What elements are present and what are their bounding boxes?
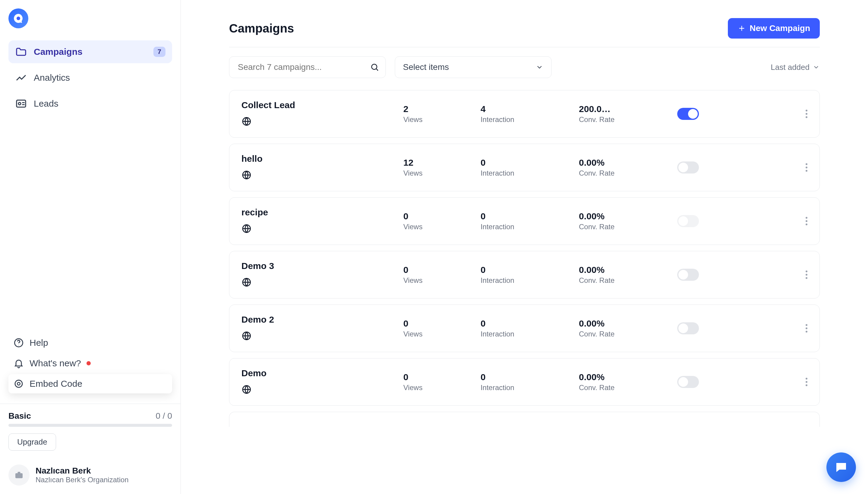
- stat-interaction: 4 Interaction: [480, 104, 576, 124]
- campaign-info: Demo: [241, 368, 400, 396]
- views-label: Views: [403, 276, 477, 285]
- stat-interaction: 0 Interaction: [480, 318, 576, 338]
- active-toggle[interactable]: [677, 269, 699, 281]
- views-value: 2: [403, 104, 477, 114]
- chat-fab[interactable]: [826, 452, 856, 482]
- views-label: Views: [403, 330, 477, 338]
- briefcase-icon: [14, 470, 24, 480]
- user-org: Nazlıcan Berk's Organization: [36, 476, 129, 484]
- whats-new-label: What's new?: [30, 358, 81, 368]
- sort-dropdown[interactable]: Last added: [771, 63, 820, 72]
- sidebar-item-whats-new[interactable]: What's new?: [8, 354, 172, 373]
- svg-rect-7: [15, 473, 23, 478]
- interaction-label: Interaction: [480, 383, 576, 392]
- conv-label: Conv. Rate: [579, 169, 674, 177]
- interaction-value: 0: [480, 372, 576, 382]
- main-content: Campaigns New Campaign Select items Last…: [181, 0, 868, 494]
- sidebar-item-leads[interactable]: Leads: [8, 92, 172, 115]
- stat-conv-rate: 0.00% Conv. Rate: [579, 318, 674, 338]
- interaction-value: 0: [480, 265, 576, 275]
- svg-point-5: [15, 380, 22, 387]
- interaction-label: Interaction: [480, 115, 576, 124]
- toggle-wrap: [677, 162, 773, 173]
- sidebar-item-label: Leads: [34, 98, 165, 109]
- interaction-label: Interaction: [480, 169, 576, 177]
- stat-views: 0 Views: [403, 372, 477, 392]
- divider: [0, 404, 181, 404]
- bell-icon: [13, 358, 24, 369]
- new-campaign-button[interactable]: New Campaign: [728, 18, 820, 39]
- active-toggle[interactable]: [677, 322, 699, 334]
- help-icon: [13, 337, 24, 348]
- campaign-row: hello 12 Views 0 Interaction 0.00% Conv.…: [229, 144, 820, 191]
- stat-conv-rate: 0.00% Conv. Rate: [579, 157, 674, 177]
- plan-progress-bar: [8, 424, 172, 427]
- active-toggle[interactable]: [677, 376, 699, 388]
- sidebar: Campaigns 7 Analytics Leads Help: [0, 0, 181, 494]
- sidebar-item-embed-code[interactable]: Embed Code: [8, 374, 172, 393]
- active-toggle[interactable]: [677, 108, 699, 120]
- conv-label: Conv. Rate: [579, 223, 674, 231]
- search-icon: [370, 63, 379, 72]
- stat-conv-rate: 200.0… Conv. Rate: [579, 104, 674, 124]
- campaigns-count-badge: 7: [153, 47, 165, 57]
- upgrade-button[interactable]: Upgrade: [8, 434, 56, 451]
- stat-views: 2 Views: [403, 104, 477, 124]
- campaign-name: recipe: [241, 207, 400, 217]
- row-menu-button[interactable]: [806, 324, 808, 332]
- row-menu-button[interactable]: [806, 217, 808, 225]
- views-value: 0: [403, 211, 477, 222]
- campaign-name: Demo: [241, 368, 400, 378]
- stat-views: 0 Views: [403, 265, 477, 285]
- logo-icon: [13, 13, 24, 24]
- avatar: [8, 464, 30, 486]
- conv-value: 0.00%: [579, 157, 674, 168]
- search-input[interactable]: [229, 56, 386, 78]
- svg-point-9: [372, 64, 377, 70]
- chevron-down-icon: [536, 63, 543, 71]
- active-toggle[interactable]: [677, 162, 699, 173]
- new-campaign-label: New Campaign: [750, 23, 810, 33]
- views-value: 0: [403, 265, 477, 275]
- row-menu-button[interactable]: [806, 270, 808, 279]
- svg-point-2: [18, 102, 21, 105]
- stat-conv-rate: 0.00% Conv. Rate: [579, 372, 674, 392]
- campaign-info: recipe: [241, 207, 400, 235]
- campaign-row: Demo 0 Views 0 Interaction 0.00% Conv. R…: [229, 358, 820, 406]
- stat-views: 0 Views: [403, 318, 477, 338]
- toggle-wrap: [677, 269, 773, 281]
- row-menu-button[interactable]: [806, 163, 808, 172]
- conv-label: Conv. Rate: [579, 115, 674, 124]
- sidebar-item-campaigns[interactable]: Campaigns 7: [8, 40, 172, 63]
- globe-icon: [241, 170, 252, 180]
- interaction-value: 0: [480, 318, 576, 329]
- toggle-wrap: [677, 322, 773, 334]
- campaign-row: recipe 0 Views 0 Interaction 0.00% Conv.…: [229, 197, 820, 245]
- views-label: Views: [403, 169, 477, 177]
- user-profile[interactable]: Nazlıcan Berk Nazlıcan Berk's Organizati…: [8, 464, 172, 486]
- campaign-row: Demo 2 0 Views 0 Interaction 0.00% Conv.…: [229, 305, 820, 352]
- notification-dot-icon: [87, 361, 91, 365]
- globe-icon: [241, 384, 252, 395]
- stat-views: 0 Views: [403, 211, 477, 231]
- sidebar-item-analytics[interactable]: Analytics: [8, 66, 172, 89]
- app-logo[interactable]: [8, 8, 28, 28]
- campaign-info: Demo 3: [241, 261, 400, 289]
- globe-icon: [241, 224, 252, 234]
- row-menu-button[interactable]: [806, 110, 808, 118]
- toggle-wrap: [677, 215, 773, 227]
- campaign-row: Collect Lead 2 Views 4 Interaction 200.0…: [229, 90, 820, 138]
- row-menu-button[interactable]: [806, 378, 808, 386]
- stat-conv-rate: 0.00% Conv. Rate: [579, 265, 674, 285]
- interaction-value: 4: [480, 104, 576, 114]
- secondary-nav: Help What's new? Embed Code: [8, 333, 172, 393]
- sidebar-item-help[interactable]: Help: [8, 333, 172, 353]
- filter-select[interactable]: Select items: [395, 56, 552, 78]
- toolbar: Select items Last added: [229, 56, 820, 78]
- interaction-label: Interaction: [480, 223, 576, 231]
- stat-views: 12 Views: [403, 157, 477, 177]
- interaction-label: Interaction: [480, 276, 576, 285]
- campaign-row-partial: [229, 412, 820, 427]
- conv-value: 0.00%: [579, 318, 674, 329]
- conv-value: 0.00%: [579, 265, 674, 275]
